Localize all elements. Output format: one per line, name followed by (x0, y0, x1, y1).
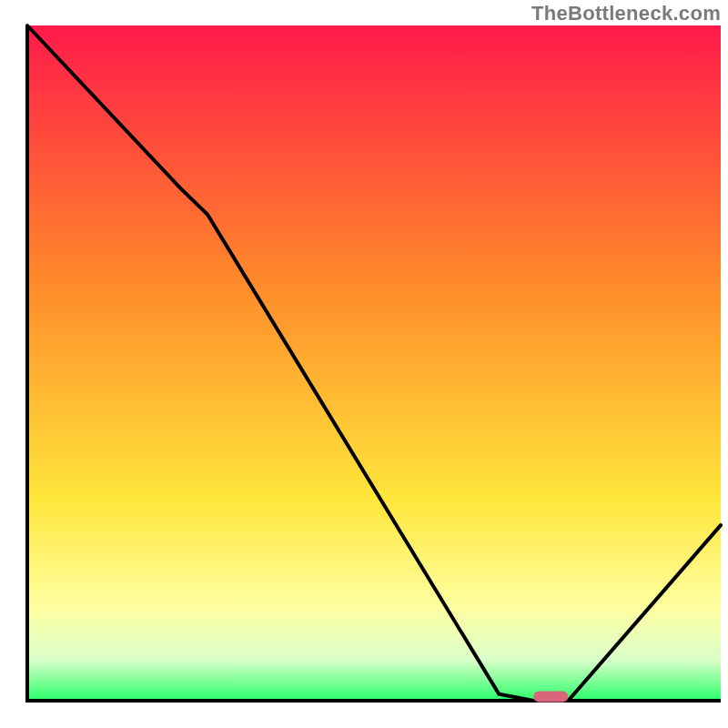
bottleneck-chart (0, 0, 728, 728)
watermark-text: TheBottleneck.com (531, 2, 721, 25)
plot-background (27, 25, 721, 701)
optimal-marker (533, 692, 568, 703)
chart-container: { "watermark": "TheBottleneck.com", "col… (0, 0, 728, 728)
